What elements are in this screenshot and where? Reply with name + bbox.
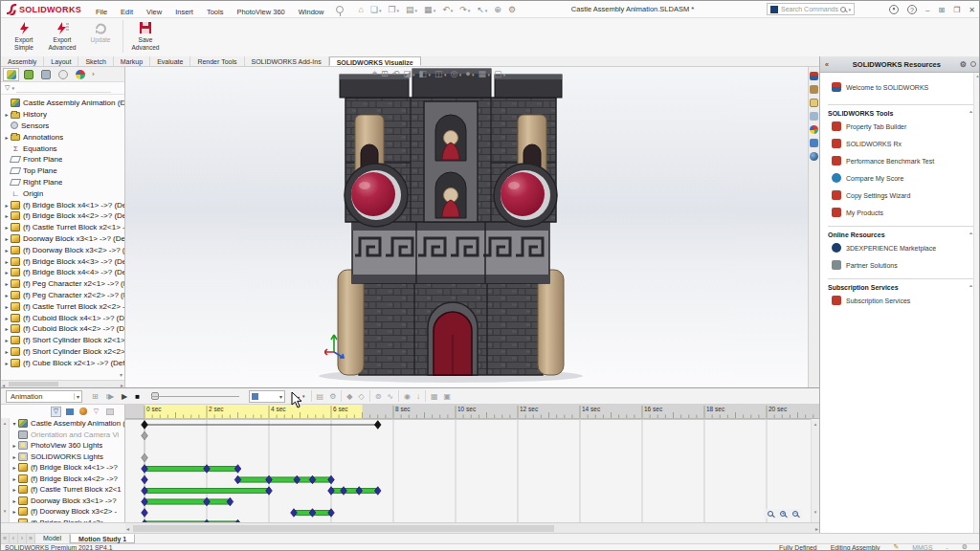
- tree-item[interactable]: ▸(f) Cube Block x2<1> ->? (Defa: [3, 357, 124, 368]
- redo-icon[interactable]: ↷▾: [457, 5, 473, 14]
- expand-arrow-icon[interactable]: ▸: [3, 280, 11, 287]
- save-animation-icon[interactable]: ▤: [314, 392, 327, 401]
- scroll-left-icon[interactable]: ◂: [126, 525, 129, 532]
- edit-appearance-icon[interactable]: ● ▾: [465, 69, 474, 78]
- motion-timeline[interactable]: 0 sec2 sec4 sec6 sec8 sec10 sec12 sec14 …: [125, 405, 819, 522]
- tree-item[interactable]: ▸(f) Bridge Block x4<1> ->?: [11, 462, 124, 474]
- tab-configurationmanager[interactable]: [37, 68, 54, 81]
- section-view-icon[interactable]: ◪ ▾: [403, 69, 414, 78]
- tree-item[interactable]: ▸(f) Castle Turret Block x2<1> ->: [3, 222, 124, 233]
- scroll-thumb[interactable]: [9, 382, 58, 386]
- expand-arrow-icon[interactable]: ▸: [11, 486, 18, 493]
- tree-item[interactable]: Orientation and Camera Vi: [11, 430, 124, 441]
- tab-sketch[interactable]: Sketch: [78, 56, 113, 66]
- tree-item[interactable]: ▾Castle Assembly Animation (D: [11, 418, 124, 430]
- tree-item[interactable]: Top Plane: [3, 165, 124, 177]
- export-clip-icon[interactable]: ▣: [441, 392, 455, 401]
- filter-results-icon[interactable]: [104, 407, 115, 417]
- menu-window[interactable]: Window: [292, 8, 331, 16]
- results-icon[interactable]: ▦: [428, 392, 441, 401]
- play-button[interactable]: ▶: [118, 392, 131, 401]
- search-caret-icon[interactable]: ▾: [848, 7, 851, 12]
- timeline-hscrollbar[interactable]: ◂ ▸: [125, 522, 819, 533]
- menu-photoview-360[interactable]: PhotoView 360: [230, 8, 291, 16]
- view-palette-icon[interactable]: [810, 112, 818, 121]
- hide-show-icon[interactable]: ◎ ▾: [450, 69, 461, 78]
- graphics-viewport[interactable]: ⌖⊞↶◪ ▾◧ ▾◫ ▾◎ ▾● ▾▦ ▾▢ ▾: [125, 67, 808, 387]
- spring-icon[interactable]: ∿: [384, 392, 396, 401]
- taskpane-link[interactable]: Subscription Services: [820, 292, 980, 309]
- tree-item[interactable]: ▸History: [3, 109, 124, 121]
- search-icon[interactable]: [840, 7, 846, 12]
- menu-view[interactable]: View: [140, 8, 168, 16]
- tab-assembly[interactable]: Assembly: [1, 56, 44, 66]
- tab-solidworks-visualize[interactable]: SOLIDWORKS Visualize: [329, 56, 421, 66]
- export-simple-button[interactable]: ExportSimple: [5, 20, 43, 55]
- timeline-canvas[interactable]: 0 sec2 sec4 sec6 sec8 sec10 sec12 sec14 …: [125, 405, 819, 522]
- filter-animated-icon[interactable]: [64, 407, 75, 417]
- save-advanced-button[interactable]: SaveAdvanced: [126, 20, 165, 55]
- tree-root[interactable]: Castle Assembly Animation (Defaul: [3, 98, 124, 109]
- stop-button[interactable]: ■: [131, 392, 144, 401]
- tab-markup[interactable]: Markup: [114, 56, 150, 66]
- welcome-link[interactable]: Welcome to SOLIDWORKS: [820, 73, 980, 99]
- expand-arrow-icon[interactable]: ▸: [11, 453, 18, 460]
- expand-arrow-icon[interactable]: ▸: [11, 508, 18, 515]
- expand-arrow-icon[interactable]: ▸: [3, 315, 11, 321]
- expand-arrow-icon[interactable]: ▸: [3, 235, 11, 242]
- menu-tools[interactable]: Tools: [200, 8, 231, 16]
- tab-render-tools[interactable]: Render Tools: [190, 56, 244, 66]
- tree-item[interactable]: ▸(f) Bridge Block x4<4> ->? (Def: [3, 267, 124, 278]
- tree-item[interactable]: ▸(f) Bridge Block x4<3> ->? (Def: [3, 255, 124, 267]
- search-commands-box[interactable]: Search Commands ▾: [767, 3, 855, 15]
- design-library-icon[interactable]: [810, 85, 818, 94]
- tree-item[interactable]: ▸(f) Short Cylinder Block x2<2> -: [3, 346, 124, 358]
- feature-tree-scroll-up-icon[interactable]: ▴: [120, 98, 122, 104]
- animation-wizard-icon[interactable]: ⚙: [326, 392, 339, 401]
- view-settings-icon[interactable]: ▢ ▾: [494, 69, 505, 78]
- custom-properties-icon[interactable]: [810, 139, 818, 147]
- options-icon[interactable]: ⚙: [505, 5, 519, 14]
- expand-arrow-icon[interactable]: ▸: [3, 224, 11, 231]
- tree-item[interactable]: ΣEquations: [3, 143, 124, 154]
- new-icon[interactable]: ❏▾: [368, 5, 385, 14]
- calculate-button[interactable]: ⊞: [88, 392, 102, 401]
- tree-item[interactable]: ▸(f) Peg Character x2<2> ->? (De: [3, 290, 124, 301]
- taskpane-link[interactable]: SOLIDWORKS Rx: [820, 135, 980, 152]
- filter-selected-icon[interactable]: ▽: [91, 407, 101, 417]
- timeline-position-slider[interactable]: [151, 391, 239, 401]
- taskpane-link[interactable]: Compare My Score: [820, 169, 980, 187]
- expand-arrow-icon[interactable]: ▸: [3, 134, 11, 141]
- tree-item[interactable]: ▸(f) Bridge Block x4<2> ->?: [11, 474, 124, 485]
- taskpane-link[interactable]: Partner Solutions: [820, 256, 980, 274]
- tree-item[interactable]: ▸(f) Cuboid Block x4<2> ->? (De: [3, 323, 124, 335]
- tree-item[interactable]: ▸(f) Bridge Block x4<2> ->? (Def: [3, 210, 124, 222]
- zoom-in-timeline-icon[interactable]: +: [780, 511, 786, 517]
- filter-driving-icon[interactable]: [78, 407, 88, 417]
- restore-button[interactable]: ⊞: [938, 6, 945, 14]
- playback-speed-select[interactable]: ▾: [249, 390, 285, 403]
- user-account-icon[interactable]: [889, 5, 899, 14]
- tree-item[interactable]: ▸Annotations: [3, 131, 124, 143]
- expand-arrow-icon[interactable]: ▸: [11, 464, 18, 471]
- expand-arrow-icon[interactable]: ▾: [11, 420, 18, 427]
- minimize-button[interactable]: –: [925, 6, 929, 14]
- study-tab-model[interactable]: Model: [35, 534, 70, 543]
- select-icon[interactable]: ↖▾: [474, 5, 490, 14]
- scene-icon[interactable]: ▦ ▾: [479, 69, 490, 78]
- expand-arrow-icon[interactable]: ▸: [11, 475, 18, 482]
- tab-evaluate[interactable]: Evaluate: [150, 56, 190, 66]
- feature-tree-scroll-down-icon[interactable]: ▾: [120, 371, 122, 378]
- filter-caret-icon[interactable]: ▾: [11, 85, 14, 91]
- expand-arrow-icon[interactable]: ▸: [3, 325, 11, 332]
- tree-item[interactable]: ▸Doorway Block x3<1> ->?: [11, 496, 124, 507]
- playback-mode-caret-icon[interactable]: ▾: [302, 393, 305, 399]
- expand-arrow-icon[interactable]: ▸: [3, 111, 11, 118]
- help-icon[interactable]: ?: [907, 5, 917, 14]
- menu-file[interactable]: File: [89, 8, 114, 16]
- expand-arrow-icon[interactable]: ▸: [11, 497, 18, 504]
- filter-all-icon[interactable]: ▽: [51, 407, 61, 417]
- 3dexperience-icon[interactable]: [810, 152, 818, 161]
- tree-item[interactable]: Front Plane: [3, 154, 124, 165]
- tab-propertymanager[interactable]: [20, 68, 36, 81]
